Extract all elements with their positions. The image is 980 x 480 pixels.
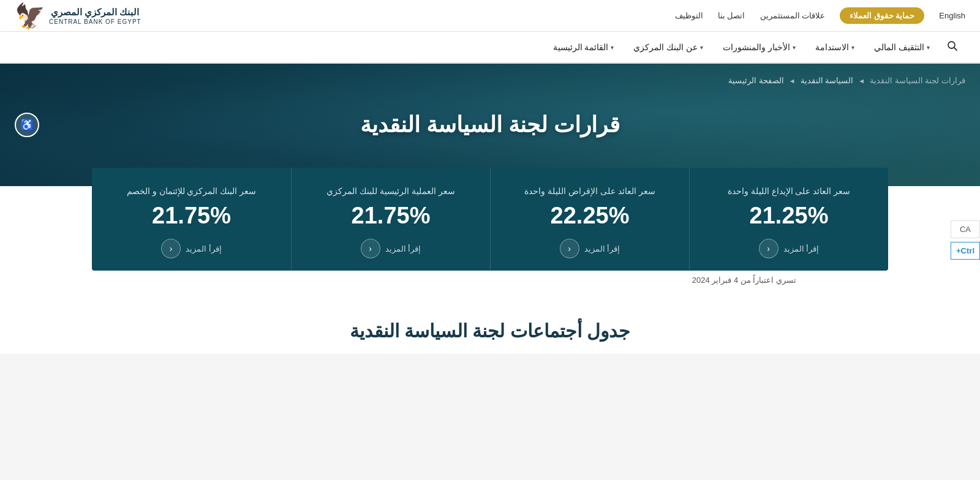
top-bar: English حماية حقوق العملاء علاقات المستث… (0, 0, 980, 32)
rate-card-main-operation: سعر العملية الرئيسية للبنك المركزي 21.75… (291, 168, 490, 271)
accessibility-button[interactable]: ♿ (15, 113, 39, 137)
english-link[interactable]: English (939, 11, 965, 20)
logo-arabic-text: البنك المركزي المصري CENTRAL BANK OF EGY… (49, 6, 141, 25)
rate-more-button-main-operation[interactable]: ‹ (361, 239, 380, 258)
consumer-protection-button[interactable]: حماية حقوق العملاء (840, 7, 924, 24)
rate-more-text-lending: إقرأ المزيد (584, 244, 620, 253)
nav-link-jobs[interactable]: التوظيف (675, 11, 703, 20)
effective-date: تسري اعتباراً من 4 فبراير 2024 (92, 271, 888, 290)
chevron-down-icon: ▾ (700, 44, 703, 51)
nav-label-news: الأخبار والمنشورات (723, 42, 790, 52)
rate-label-lending: سعر العائد على الإقراض الليلة واحدة (524, 185, 655, 198)
zoom-label: Ctrl+ (956, 246, 974, 255)
breadcrumb: قرارات لجنة السياسة النقدية ◄ السياسة ال… (728, 76, 965, 85)
chevron-down-icon: ▾ (611, 44, 614, 51)
rate-card-lending: سعر العائد على الإقراض الليلة واحدة 22.2… (490, 168, 689, 271)
logo-emblem: 🦅 (15, 4, 45, 28)
translate-tool[interactable]: CA (951, 220, 980, 238)
rate-label-deposit: سعر العائد على الإيداع الليلة واحدة (728, 185, 850, 198)
side-tools: CA Ctrl+ (951, 220, 980, 260)
rate-value-credit: 21.75% (152, 203, 231, 229)
main-navigation: ▾ التثقيف المالي ▾ الاستدامة ▾ الأخبار و… (0, 32, 980, 64)
rate-value-lending: 22.25% (551, 203, 630, 229)
rate-card-deposit: سعر العائد على الإيداع الليلة واحدة 21.2… (689, 168, 888, 271)
schedule-section: جدول أجتماعات لجنة السياسة النقدية (0, 302, 980, 354)
rate-value-main-operation: 21.75% (352, 203, 431, 229)
rate-more-text-deposit: إقرأ المزيد (783, 244, 820, 253)
rate-value-deposit: 21.25% (750, 203, 829, 229)
breadcrumb-current: قرارات لجنة السياسة النقدية (870, 76, 965, 85)
nav-link-investor[interactable]: علاقات المستثمرين (760, 11, 826, 20)
translate-icon: CA (960, 225, 971, 234)
search-button[interactable] (940, 36, 965, 59)
nav-link-contact[interactable]: اتصل بنا (718, 11, 745, 20)
rate-more-credit: إقرأ المزيد ‹ (161, 239, 222, 258)
breadcrumb-link-home[interactable]: الصفحة الرئيسية (728, 76, 784, 85)
nav-label-about: عن البنك المركزي (633, 42, 698, 52)
rate-card-credit: سعر البنك المركزي للإئتمان و الخصم 21.75… (92, 168, 291, 271)
logo-area: البنك المركزي المصري CENTRAL BANK OF EGY… (15, 4, 141, 28)
accessibility-icon: ♿ (20, 118, 34, 132)
logo-arabic-name: البنك المركزي المصري (49, 6, 141, 18)
rate-label-credit: سعر البنك المركزي للإئتمان و الخصم (127, 185, 256, 198)
rate-more-text-credit: إقرأ المزيد (186, 244, 222, 253)
rates-container: سعر العائد على الإيداع الليلة واحدة 21.2… (92, 168, 888, 271)
nav-label-sustainability: الاستدامة (815, 42, 849, 52)
breadcrumb-separator-2: ◄ (789, 77, 796, 84)
chevron-down-icon: ▾ (851, 44, 854, 51)
rates-section: سعر العائد على الإيداع الليلة واحدة 21.2… (0, 168, 980, 302)
nav-item-main-menu[interactable]: ▾ القائمة الرئيسية (543, 31, 624, 63)
nav-item-about[interactable]: ▾ عن البنك المركزي (624, 31, 713, 63)
nav-label-financial-education: التثقيف المالي (874, 42, 924, 52)
rate-more-deposit: إقرأ المزيد ‹ (759, 239, 820, 258)
zoom-tool[interactable]: Ctrl+ (951, 242, 980, 260)
nav-item-financial-education[interactable]: ▾ التثقيف المالي (864, 31, 940, 63)
logo-english-name: CENTRAL BANK OF EGYPT (49, 18, 141, 25)
page-title: قرارات لجنة السياسة النقدية (360, 112, 620, 138)
chevron-down-icon: ▾ (927, 44, 930, 51)
rate-more-main-operation: إقرأ المزيد ‹ (361, 239, 421, 258)
rate-more-button-credit[interactable]: ‹ (161, 239, 181, 258)
schedule-title: جدول أجتماعات لجنة السياسة النقدية (92, 320, 888, 342)
rate-more-button-lending[interactable]: ‹ (560, 239, 579, 258)
rate-more-button-deposit[interactable]: ‹ (759, 239, 778, 258)
nav-item-sustainability[interactable]: ▾ الاستدامة (805, 31, 864, 63)
breadcrumb-separator: ◄ (858, 77, 865, 84)
nav-item-news[interactable]: ▾ الأخبار والمنشورات (713, 31, 805, 63)
rate-more-text-main-operation: إقرأ المزيد (385, 244, 421, 253)
svg-line-1 (954, 47, 957, 50)
chevron-down-icon: ▾ (793, 44, 796, 51)
rate-label-main-operation: سعر العملية الرئيسية للبنك المركزي (326, 185, 455, 198)
rate-more-lending: إقرأ المزيد ‹ (560, 239, 620, 258)
top-bar-links: English حماية حقوق العملاء علاقات المستث… (675, 7, 965, 24)
breadcrumb-link-monetary[interactable]: السياسة النقدية (801, 76, 854, 85)
nav-label-main-menu: القائمة الرئيسية (553, 42, 609, 52)
